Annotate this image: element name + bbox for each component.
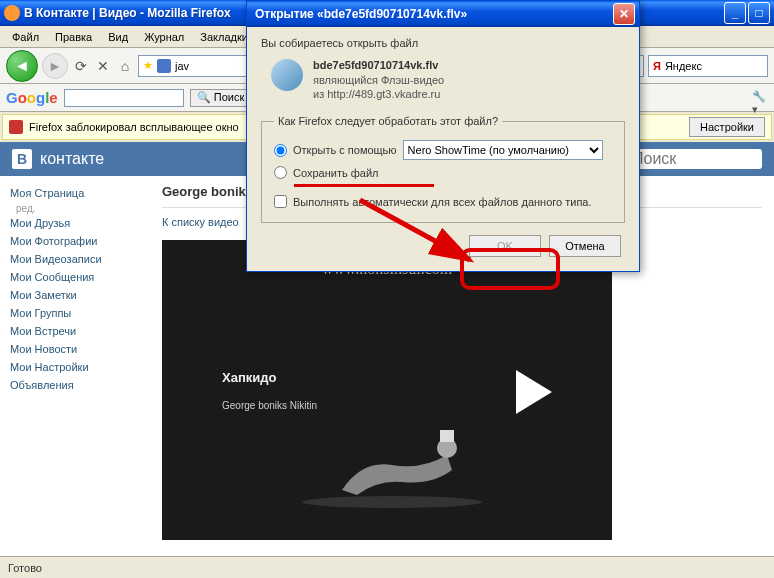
dialog-filetype: являющийся Флэш-видео [313,73,444,87]
sidebar-item-settings[interactable]: Мои Настройки [10,358,140,376]
dialog-legend: Как Firefox следует обработать этот файл… [274,115,502,127]
dialog-titlebar[interactable]: Открытие «bde7e5fd90710714vk.flv» ✕ [247,1,639,27]
stop-button[interactable]: ✕ [94,57,112,75]
radio-save-file[interactable] [274,166,287,179]
video-title: Хапкидо [222,370,276,385]
svg-point-0 [302,496,482,508]
google-logo: Google [6,89,58,106]
site-favicon [157,59,171,73]
sidebar-item-news[interactable]: Мои Новости [10,340,140,358]
download-dialog: Открытие «bde7e5fd90710714vk.flv» ✕ Вы с… [246,0,640,272]
sidebar-item-photos[interactable]: Мои Фотографии [10,232,140,250]
wrench-icon[interactable]: 🔧 ▾ [752,90,768,106]
label-auto[interactable]: Выполнять автоматически для всех файлов … [293,196,592,208]
sidebar-item-events[interactable]: Мои Встречи [10,322,140,340]
bookmark-star-icon[interactable]: ★ [143,59,153,72]
label-open-with[interactable]: Открыть с помощью [293,144,397,156]
yandex-search[interactable]: Я Яндекс [648,55,768,77]
dialog-action-fieldset: Как Firefox следует обработать этот файл… [261,115,625,223]
menu-file[interactable]: Файл [4,29,47,45]
notify-settings-button[interactable]: Настройки [689,117,765,137]
forward-button[interactable]: ► [42,53,68,79]
svg-rect-2 [440,430,454,442]
reload-button[interactable]: ⟳ [72,57,90,75]
google-search-input[interactable] [64,89,184,107]
dialog-title: Открытие «bde7e5fd90710714vk.flv» [251,7,611,21]
cancel-button[interactable]: Отмена [549,235,621,257]
play-icon[interactable] [516,370,552,414]
google-search-button[interactable]: 🔍 Поиск [190,89,252,107]
dialog-filename: bde7e5fd90710714vk.flv [313,59,444,73]
sidebar-edit-link[interactable]: ред. [16,203,36,214]
sidebar: Моя Страница ред. Мои Друзья Мои Фотогра… [0,176,150,578]
checkbox-auto[interactable] [274,195,287,208]
minimize-button[interactable]: _ [724,2,746,24]
sidebar-item-messages[interactable]: Мои Сообщения [10,268,140,286]
notify-text: Firefox заблокировал всплывающее окно [29,121,239,133]
sidebar-item-friends[interactable]: Мои Друзья [10,214,140,232]
maximize-button[interactable]: □ [748,2,770,24]
sidebar-item-ads[interactable]: Объявления [10,376,140,394]
back-button[interactable]: ◄ [6,50,38,82]
video-author: George boniks Nikitin [222,400,317,411]
sidebar-item-notes[interactable]: Мои Заметки [10,286,140,304]
radio-open-with[interactable] [274,144,287,157]
ok-button[interactable]: OK [469,235,541,257]
yandex-label: Яндекс [665,60,702,72]
app-select[interactable]: Nero ShowTime (по умолчанию) [403,140,603,160]
sidebar-item-groups[interactable]: Мои Группы [10,304,140,322]
vk-logo-icon[interactable]: В [12,149,32,169]
status-text: Готово [8,562,42,574]
video-player[interactable]: www.honsinsui.com Хапкидо George boniks … [162,240,612,540]
video-thumbnail-figure [282,420,502,510]
yandex-icon: Я [653,60,661,72]
firefox-icon [4,5,20,21]
label-save-file[interactable]: Сохранить файл [293,167,378,179]
menu-view[interactable]: Вид [100,29,136,45]
sidebar-item-videos[interactable]: Мои Видеозаписи [10,250,140,268]
menu-history[interactable]: Журнал [136,29,192,45]
dialog-close-button[interactable]: ✕ [613,3,635,25]
dialog-intro: Вы собираетесь открыть файл [261,37,625,49]
file-type-icon [271,59,303,91]
vk-brand: контакте [40,150,104,168]
sidebar-item-mypage[interactable]: Моя Страница [10,184,140,202]
dialog-filefrom: из http://489.gt3.vkadre.ru [313,87,444,101]
shield-icon [9,120,23,134]
menu-edit[interactable]: Правка [47,29,100,45]
home-button[interactable]: ⌂ [116,57,134,75]
status-bar: Готово [0,556,774,578]
